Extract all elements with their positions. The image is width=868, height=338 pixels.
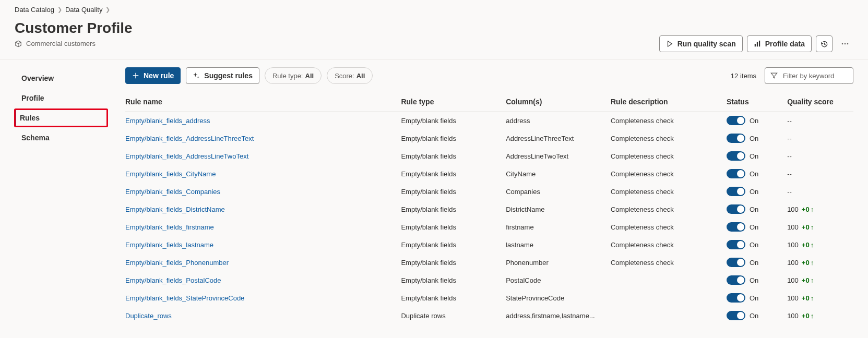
status-toggle[interactable]: [727, 240, 745, 249]
rule-score-cell: --: [787, 165, 853, 183]
status-label: On: [750, 312, 758, 320]
status-toggle[interactable]: [727, 293, 745, 303]
rule-name-link[interactable]: Empty/blank_fields_DistrictName: [125, 200, 401, 218]
table-row: Empty/blank_fields_AddressLineTwoTextEmp…: [125, 147, 853, 165]
score-value: 100: [787, 241, 799, 249]
table-row: Empty/blank_fields_CityNameEmpty/blank f…: [125, 165, 853, 183]
suggest-rules-button[interactable]: Suggest rules: [186, 67, 259, 84]
status-toggle[interactable]: [727, 116, 745, 125]
status-label: On: [750, 206, 758, 213]
table-row: Empty/blank_fields_lastnameEmpty/blank f…: [125, 236, 853, 254]
score-value: 100: [787, 294, 799, 302]
sidebar-item-label: Overview: [21, 74, 54, 82]
col-header-score[interactable]: Quality score: [787, 92, 853, 112]
rule-score-cell: 100+0↑: [787, 218, 853, 236]
status-toggle[interactable]: [727, 275, 745, 285]
rule-status-cell: On: [727, 183, 787, 200]
arrow-up-icon: ↑: [811, 223, 814, 231]
rule-name-link[interactable]: Empty/blank_fields_StateProvinceCode: [125, 289, 401, 307]
sidebar-item-schema[interactable]: Schema: [15, 129, 108, 147]
table-row: Empty/blank_fields_StateProvinceCodeEmpt…: [125, 289, 853, 307]
arrow-up-icon: ↑: [811, 259, 814, 267]
rule-score-cell: 100+0↑: [787, 271, 853, 289]
filter-label: Rule type:: [272, 72, 303, 80]
button-label: Profile data: [765, 40, 805, 48]
rule-name-link[interactable]: Empty/blank_fields_PostalCode: [125, 271, 401, 289]
status-toggle[interactable]: [727, 187, 745, 196]
rule-name-link[interactable]: Empty/blank_fields_firstname: [125, 218, 401, 236]
filter-label: Score:: [335, 72, 354, 80]
rule-columns-cell: AddressLineTwoText: [506, 147, 611, 165]
status-label: On: [750, 241, 758, 249]
arrow-up-icon: ↑: [811, 241, 814, 249]
rule-description-cell: Completeness check: [611, 129, 727, 147]
score-value: --: [787, 152, 792, 160]
history-button[interactable]: [816, 35, 833, 52]
rule-type-cell: Duplicate rows: [401, 307, 506, 324]
rule-status-cell: On: [727, 254, 787, 271]
rule-name-link[interactable]: Empty/blank_fields_CityName: [125, 165, 401, 183]
rule-score-cell: --: [787, 147, 853, 165]
rule-columns-cell: address: [506, 112, 611, 130]
filter-score[interactable]: Score: All: [327, 67, 373, 84]
rule-description-cell: Completeness check: [611, 254, 727, 271]
status-toggle[interactable]: [727, 134, 745, 143]
rule-name-link[interactable]: Empty/blank_fields_lastname: [125, 236, 401, 254]
sidebar-item-rules[interactable]: Rules: [15, 109, 108, 127]
breadcrumb-item[interactable]: Data Catalog: [15, 6, 54, 14]
breadcrumb-item[interactable]: Data Quality: [65, 6, 103, 14]
sparkle-icon: [193, 72, 200, 79]
score-value: --: [787, 117, 792, 125]
rule-status-cell: On: [727, 129, 787, 147]
rule-columns-cell: PostalCode: [506, 271, 611, 289]
table-row: Duplicate_rowsDuplicate rowsaddress,firs…: [125, 307, 853, 324]
status-toggle[interactable]: [727, 258, 745, 267]
score-value: 100: [787, 259, 799, 267]
score-value: 100: [787, 206, 799, 213]
rule-name-link[interactable]: Empty/blank_fields_address: [125, 112, 401, 130]
status-toggle[interactable]: [727, 151, 745, 161]
rule-columns-cell: CityName: [506, 165, 611, 183]
rule-status-cell: On: [727, 200, 787, 218]
score-delta: +0↑: [802, 223, 814, 231]
status-toggle[interactable]: [727, 311, 745, 320]
sidebar-item-profile[interactable]: Profile: [15, 89, 108, 107]
svg-point-4: [845, 43, 846, 45]
score-delta: +0↑: [802, 206, 814, 213]
rule-type-cell: Empty/blank fields: [401, 271, 506, 289]
rule-name-link[interactable]: Duplicate_rows: [125, 307, 401, 324]
status-toggle[interactable]: [727, 169, 745, 178]
rule-description-cell: [611, 271, 727, 289]
more-horizontal-icon: [841, 40, 849, 48]
rule-name-link[interactable]: Empty/blank_fields_Companies: [125, 183, 401, 200]
rule-description-cell: Completeness check: [611, 236, 727, 254]
col-header-columns[interactable]: Column(s): [506, 92, 611, 112]
chevron-right-icon: ❯: [105, 6, 110, 13]
filter-keyword-input[interactable]: [782, 71, 848, 80]
score-delta: +0↑: [802, 241, 814, 249]
breadcrumb: Data Catalog ❯ Data Quality ❯: [0, 0, 868, 14]
status-toggle[interactable]: [727, 222, 745, 232]
run-quality-scan-button[interactable]: Run quality scan: [659, 35, 743, 52]
filter-icon: [770, 72, 778, 79]
new-rule-button[interactable]: New rule: [125, 67, 181, 84]
status-label: On: [750, 294, 758, 302]
sidebar: OverviewProfileRulesSchema: [0, 60, 115, 324]
col-header-type[interactable]: Rule type: [401, 92, 506, 112]
score-value: --: [787, 135, 792, 142]
sidebar-item-overview[interactable]: Overview: [15, 69, 108, 87]
rule-columns-cell: firstname: [506, 218, 611, 236]
status-toggle[interactable]: [727, 204, 745, 214]
rule-name-link[interactable]: Empty/blank_fields_Phonenumber: [125, 254, 401, 271]
more-actions-button[interactable]: [837, 35, 853, 52]
col-header-name[interactable]: Rule name: [125, 92, 401, 112]
filter-rule-type[interactable]: Rule type: All: [265, 67, 322, 84]
rule-score-cell: 100+0↑: [787, 200, 853, 218]
rule-name-link[interactable]: Empty/blank_fields_AddressLineTwoText: [125, 147, 401, 165]
profile-data-button[interactable]: Profile data: [747, 35, 812, 52]
rule-status-cell: On: [727, 112, 787, 130]
col-header-description[interactable]: Rule description: [611, 92, 727, 112]
filter-keyword-box[interactable]: [765, 67, 853, 84]
col-header-status[interactable]: Status: [727, 92, 787, 112]
rule-name-link[interactable]: Empty/blank_fields_AddressLineThreeText: [125, 129, 401, 147]
